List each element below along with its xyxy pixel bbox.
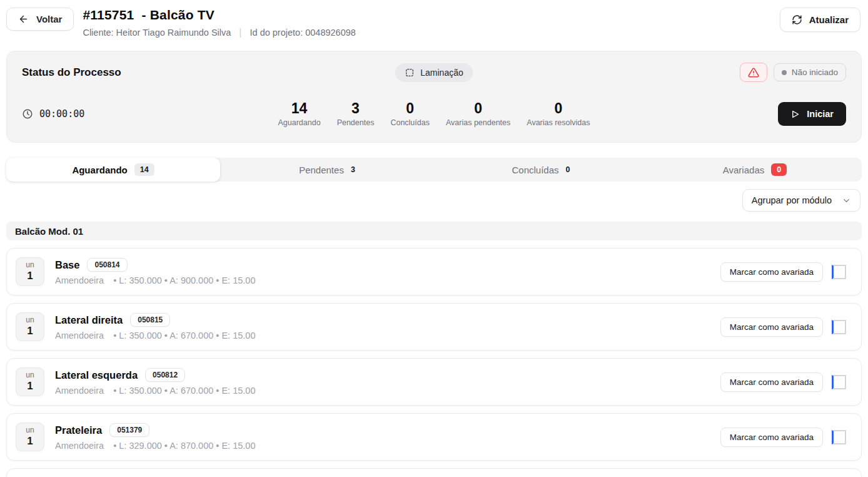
process-chip[interactable]: Laminação	[395, 63, 473, 82]
stat-concluidas: 0 Concluídas	[390, 101, 430, 127]
tab-label: Aguardando	[72, 165, 127, 175]
item-code-chip: 050815	[130, 313, 170, 327]
item-material: Amendoeira	[55, 331, 104, 341]
project-id-label: Id do projeto: 0048926098	[250, 28, 356, 38]
page-header: Voltar #115751 - Balcão TV Cliente: Heit…	[0, 0, 868, 38]
item-code-chip: 050812	[145, 368, 185, 382]
item-name: Lateral direita	[55, 314, 123, 326]
tab-label: Concluídas	[512, 165, 559, 175]
tab-label: Pendentes	[299, 165, 344, 175]
status-dot-icon	[782, 70, 787, 75]
process-timer: 00:00:00	[22, 108, 278, 120]
chevron-down-icon	[842, 196, 851, 205]
list-toolbar: Agrupar por módulo	[8, 189, 860, 212]
page-title: #115751 - Balcão TV	[83, 8, 355, 23]
list-item: un 1 Prateleira 051379 Amendoeira • L: 3…	[6, 413, 862, 461]
list-item: un 1 Lateral direita 050815 Amendoeira •…	[6, 303, 862, 351]
group-by-select[interactable]: Agrupar por módulo	[742, 189, 860, 212]
mark-damaged-button[interactable]: Marcar como avariada	[720, 317, 823, 337]
item-checkbox[interactable]	[832, 265, 846, 279]
unit-label: un	[26, 426, 34, 434]
item-dimensions: • L: 350.000 • A: 670.000 • E: 15.00	[113, 386, 255, 396]
header-text: #115751 - Balcão TV Cliente: Heitor Tiag…	[83, 8, 355, 38]
unit-value: 1	[27, 270, 33, 282]
list-item: un 1 Base 050814 Amendoeira • L: 350.000…	[6, 248, 862, 295]
module-section-header: Balcão Mod. 01	[6, 222, 862, 240]
stat-value: 3	[337, 101, 375, 116]
tab-count-badge: 14	[134, 163, 154, 176]
refresh-icon	[792, 14, 802, 25]
item-name: Base	[55, 259, 79, 271]
start-button-label: Iniciar	[807, 109, 834, 119]
process-status-card: Status do Processo Laminação Não iniciad…	[6, 51, 862, 143]
tab-aguardando[interactable]: Aguardando 14	[6, 158, 220, 182]
item-checkbox[interactable]	[832, 430, 846, 444]
item-info: Prateleira 051379 Amendoeira • L: 329.00…	[55, 423, 255, 451]
tab-avariadas[interactable]: Avariadas 0	[648, 158, 862, 182]
list-item-partial	[6, 468, 862, 477]
stat-label: Avarias resolvidas	[527, 118, 590, 127]
tab-count: 3	[351, 165, 355, 174]
stat-label: Avarias pendentes	[446, 118, 510, 127]
stat-label: Pendentes	[337, 118, 375, 127]
item-info: Lateral direita 050815 Amendoeira • L: 3…	[55, 313, 255, 341]
stat-value: 0	[527, 101, 590, 116]
stat-pendentes: 3 Pendentes	[337, 101, 375, 127]
page-subtitle: Cliente: Heitor Tiago Raimundo Silva | I…	[83, 27, 355, 38]
process-chip-label: Laminação	[420, 68, 463, 78]
unit-badge: un 1	[16, 312, 44, 341]
unit-value: 1	[27, 325, 33, 337]
client-label: Cliente: Heitor Tiago Raimundo Silva	[83, 28, 231, 38]
tab-concluidas[interactable]: Concluídas 0	[434, 158, 648, 182]
warning-button[interactable]	[740, 63, 767, 82]
status-badge: Não iniciado	[774, 63, 846, 81]
item-material: Amendoeira	[55, 275, 104, 285]
list-item: un 1 Lateral esquerda 050812 Amendoeira …	[6, 358, 862, 406]
unit-label: un	[26, 261, 34, 269]
clock-icon	[22, 108, 33, 120]
tab-label: Avariadas	[723, 165, 764, 175]
status-badge-label: Não iniciado	[792, 68, 838, 77]
back-button[interactable]: Voltar	[6, 8, 74, 31]
back-button-label: Voltar	[36, 14, 62, 24]
item-code-chip: 051379	[109, 423, 149, 437]
process-stats: 14 Aguardando 3 Pendentes 0 Concluídas 0…	[278, 101, 590, 127]
refresh-button-label: Atualizar	[809, 14, 849, 25]
stat-label: Concluídas	[390, 118, 430, 127]
unit-value: 1	[27, 435, 33, 448]
stat-value: 14	[278, 101, 321, 116]
item-dimensions: • L: 350.000 • A: 900.000 • E: 15.00	[113, 275, 255, 285]
item-name: Prateleira	[55, 424, 102, 436]
unit-label: un	[26, 371, 34, 379]
unit-badge: un 1	[16, 367, 44, 396]
mark-damaged-button[interactable]: Marcar como avariada	[720, 372, 823, 392]
arrow-left-icon	[18, 14, 29, 24]
stat-avarias-pendentes: 0 Avarias pendentes	[446, 101, 510, 127]
stat-value: 0	[390, 101, 430, 116]
tab-pendentes[interactable]: Pendentes 3	[220, 158, 434, 182]
item-info: Base 050814 Amendoeira • L: 350.000 • A:…	[55, 258, 255, 285]
stat-label: Aguardando	[278, 118, 321, 127]
item-info: Lateral esquerda 050812 Amendoeira • L: …	[55, 368, 255, 396]
item-material: Amendoeira	[55, 441, 104, 451]
item-checkbox[interactable]	[832, 320, 846, 334]
status-tabs: Aguardando 14 Pendentes 3 Concluídas 0 A…	[6, 158, 862, 182]
refresh-button[interactable]: Atualizar	[780, 8, 860, 32]
stat-aguardando: 14 Aguardando	[278, 101, 321, 127]
unit-value: 1	[27, 380, 33, 392]
tab-count-badge-red: 0	[771, 163, 787, 176]
mark-damaged-button[interactable]: Marcar como avariada	[720, 262, 823, 282]
stat-value: 0	[446, 101, 510, 116]
unit-badge: un 1	[16, 423, 44, 451]
start-button[interactable]: Iniciar	[778, 102, 846, 126]
item-code-chip: 050814	[87, 258, 127, 272]
group-by-select-value: Agrupar por módulo	[752, 195, 832, 205]
alert-triangle-icon	[748, 67, 759, 78]
unit-badge: un 1	[16, 257, 44, 286]
item-checkbox[interactable]	[832, 375, 846, 389]
subtitle-separator: |	[239, 27, 241, 38]
play-icon	[790, 110, 800, 119]
mark-damaged-button[interactable]: Marcar como avariada	[720, 428, 823, 447]
item-dimensions: • L: 329.000 • A: 870.000 • E: 15.00	[113, 441, 255, 451]
dashed-square-icon	[405, 68, 415, 78]
